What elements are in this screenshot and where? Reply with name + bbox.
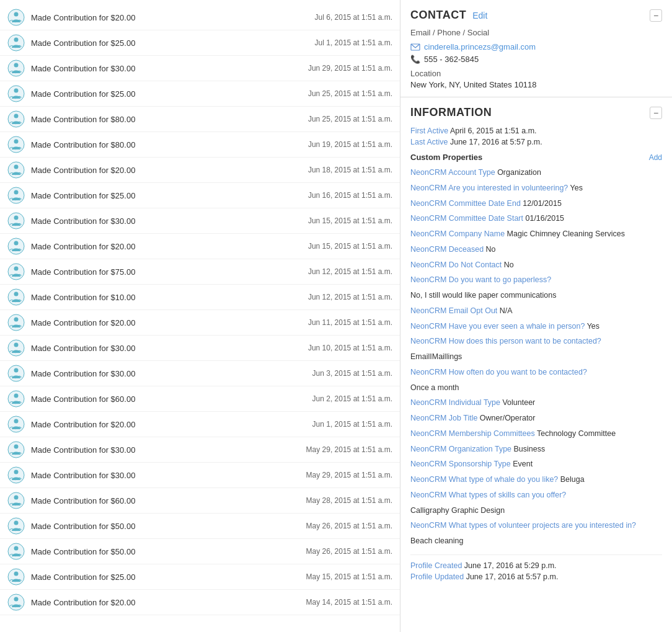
activity-date: Jun 18, 2015 at 1:51 a.m. [308, 166, 392, 174]
activity-item: Made Contribution for $30.00Jun 29, 2015… [0, 56, 400, 81]
contribution-icon [7, 9, 25, 26]
activity-list: Made Contribution for $20.00Jul 6, 2015 … [0, 0, 400, 632]
svg-point-12 [8, 162, 24, 178]
activity-item: Made Contribution for $20.00Jun 18, 2015… [0, 158, 400, 183]
contribution-icon [7, 543, 25, 560]
email-link[interactable]: cinderella.princezs@gmail.com [424, 42, 536, 51]
custom-prop-label: NeonCRM Email Opt Out [410, 306, 497, 315]
activity-text: Made Contribution for $30.00 [31, 344, 303, 353]
activity-date: Jun 29, 2015 at 1:51 a.m. [308, 64, 392, 73]
custom-prop-row: EmailIMaillings [410, 351, 662, 363]
activity-item: Made Contribution for $25.00Jun 25, 2015… [0, 81, 400, 107]
contribution-icon [7, 568, 25, 585]
activity-date: May 29, 2015 at 1:51 a.m. [306, 445, 392, 454]
svg-point-8 [8, 111, 24, 127]
information-collapse-button[interactable]: − [650, 107, 662, 119]
right-panel: CONTACT Edit − Email / Phone / Social ci… [400, 0, 672, 632]
svg-point-21 [14, 267, 19, 271]
activity-text: Made Contribution for $20.00 [31, 420, 307, 429]
activity-item: Made Contribution for $20.00Jun 11, 2015… [0, 310, 400, 336]
custom-prop-row: NeonCRM Are you interested in volunteeri… [410, 182, 662, 194]
profile-updated-date: June 17, 2016 at 5:57 p.m. [466, 572, 559, 581]
svg-point-26 [8, 340, 24, 356]
activity-date: Jun 15, 2015 at 1:51 a.m. [308, 242, 392, 251]
activity-date: May 26, 2015 at 1:51 a.m. [306, 547, 392, 556]
contribution-icon [7, 517, 25, 535]
custom-prop-label: NeonCRM Job Title [410, 414, 477, 422]
svg-point-17 [14, 216, 19, 220]
contribution-icon [7, 492, 25, 509]
contact-collapse-button[interactable]: − [650, 9, 662, 22]
custom-prop-row: NeonCRM Individual Type Volunteer [410, 397, 662, 409]
custom-prop-value: Magic Chimney Cleaning Services [505, 229, 625, 238]
custom-prop-row: NeonCRM Deceased No [410, 244, 662, 256]
activity-item: Made Contribution for $25.00Jul 1, 2015 … [0, 30, 400, 56]
custom-prop-row: Calligraphy Graphic Design [410, 505, 662, 517]
svg-point-23 [14, 292, 19, 296]
activity-date: Jun 25, 2015 at 1:51 a.m. [308, 89, 392, 98]
first-active-row: First Active April 6, 2015 at 1:51 a.m. [410, 127, 662, 135]
activity-item: Made Contribution for $10.00Jun 12, 2015… [0, 285, 400, 310]
svg-point-1 [14, 12, 19, 17]
custom-prop-value: Yes [568, 184, 583, 192]
edit-link[interactable]: Edit [472, 11, 487, 20]
svg-point-35 [14, 445, 19, 449]
svg-point-34 [8, 442, 24, 458]
activity-text: Made Contribution for $20.00 [31, 242, 303, 251]
activity-date: Jun 10, 2015 at 1:51 a.m. [308, 344, 392, 352]
activity-text: Made Contribution for $30.00 [31, 216, 303, 226]
svg-point-3 [14, 38, 19, 42]
custom-prop-label: NeonCRM How often do you want to be cont… [410, 368, 587, 376]
custom-prop-row: NeonCRM Sponsorship Type Event [410, 458, 662, 470]
svg-point-5 [14, 63, 19, 68]
contact-title: CONTACT [410, 9, 466, 22]
profile-dates: Profile Created June 17, 2016 at 5:29 p.… [410, 554, 662, 581]
custom-prop-value: N/A [497, 306, 512, 315]
contact-section: CONTACT Edit − Email / Phone / Social ci… [400, 0, 672, 97]
custom-prop-value: Volunteer [500, 398, 535, 407]
activity-item: Made Contribution for $25.00Jun 16, 2015… [0, 183, 400, 208]
activity-item: Made Contribution for $20.00May 14, 2015… [0, 590, 400, 615]
custom-prop-row: NeonCRM Committee Date End 12/01/2015 [410, 198, 662, 210]
activity-text: Made Contribution for $80.00 [31, 140, 303, 149]
activity-date: May 15, 2015 at 1:51 a.m. [306, 572, 392, 581]
last-active-label: Last Active [410, 138, 448, 146]
custom-properties-list: NeonCRM Account Type OrganizationNeonCRM… [410, 167, 662, 547]
custom-prop-row: NeonCRM Do Not Contact No [410, 259, 662, 271]
contribution-icon [7, 85, 25, 102]
contribution-icon [7, 187, 25, 204]
contribution-icon [7, 34, 25, 51]
email-row: cinderella.princezs@gmail.com [410, 42, 662, 51]
custom-prop-label: NeonCRM Are you interested in volunteeri… [410, 184, 568, 192]
last-active-row: Last Active June 17, 2016 at 5:57 p.m. [410, 138, 662, 146]
contribution-icon [7, 110, 25, 128]
custom-prop-value: Business [511, 445, 545, 453]
contribution-icon [7, 60, 25, 77]
activity-date: May 14, 2015 at 1:51 a.m. [306, 598, 392, 607]
custom-prop-value: Calligraphy Graphic Design [410, 506, 505, 515]
phone-icon: 📞 [410, 55, 420, 64]
activity-item: Made Contribution for $30.00May 29, 2015… [0, 437, 400, 463]
svg-point-18 [8, 238, 24, 254]
add-custom-prop-button[interactable]: Add [649, 153, 662, 162]
svg-point-38 [8, 492, 24, 509]
location-label: Location [410, 69, 662, 78]
activity-text: Made Contribution for $20.00 [31, 166, 303, 175]
contribution-icon [7, 212, 25, 229]
custom-prop-value: No [484, 245, 495, 254]
activity-item: Made Contribution for $50.00May 26, 2015… [0, 539, 400, 564]
profile-updated-row: Profile Updated June 17, 2016 at 5:57 p.… [410, 572, 662, 581]
svg-point-37 [14, 470, 19, 474]
custom-prop-row: NeonCRM Account Type Organization [410, 167, 662, 179]
activity-item: Made Contribution for $75.00Jun 12, 2015… [0, 259, 400, 285]
custom-prop-row: NeonCRM What types of skills can you off… [410, 489, 662, 501]
contribution-icon [7, 416, 25, 433]
activity-text: Made Contribution for $25.00 [31, 38, 310, 48]
activity-text: Made Contribution for $80.00 [31, 115, 303, 124]
svg-point-39 [14, 496, 19, 500]
first-active-label: First Active [410, 127, 448, 135]
activity-text: Made Contribution for $10.00 [31, 293, 303, 302]
svg-point-6 [8, 86, 24, 102]
activity-text: Made Contribution for $30.00 [31, 471, 301, 480]
custom-prop-row: NeonCRM Email Opt Out N/A [410, 305, 662, 317]
